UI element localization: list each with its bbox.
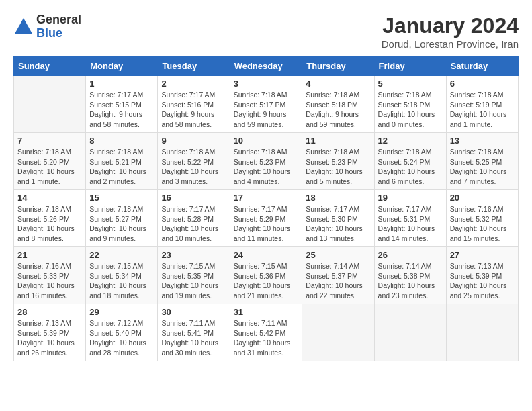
day-number: 28 bbox=[17, 307, 82, 317]
logo-text: General Blue bbox=[36, 13, 81, 40]
week-row: 14Sunrise: 7:18 AM Sunset: 5:26 PM Dayli… bbox=[14, 190, 519, 247]
title-block: January 2024 Dorud, Lorestan Province, I… bbox=[382, 13, 519, 50]
calendar-cell: 8Sunrise: 7:18 AM Sunset: 5:21 PM Daylig… bbox=[86, 133, 158, 190]
calendar-cell: 6Sunrise: 7:18 AM Sunset: 5:19 PM Daylig… bbox=[446, 76, 518, 133]
day-info: Sunrise: 7:17 AM Sunset: 5:30 PM Dayligh… bbox=[306, 204, 370, 244]
day-info: Sunrise: 7:13 AM Sunset: 5:39 PM Dayligh… bbox=[450, 261, 515, 301]
day-number: 20 bbox=[450, 193, 515, 203]
calendar-cell: 12Sunrise: 7:18 AM Sunset: 5:24 PM Dayli… bbox=[374, 133, 446, 190]
calendar-title: January 2024 bbox=[382, 13, 519, 38]
day-info: Sunrise: 7:17 AM Sunset: 5:31 PM Dayligh… bbox=[378, 204, 443, 244]
day-info: Sunrise: 7:18 AM Sunset: 5:20 PM Dayligh… bbox=[17, 147, 82, 187]
day-info: Sunrise: 7:18 AM Sunset: 5:23 PM Dayligh… bbox=[306, 147, 370, 187]
calendar-cell bbox=[14, 76, 86, 133]
day-info: Sunrise: 7:16 AM Sunset: 5:33 PM Dayligh… bbox=[17, 261, 82, 301]
day-info: Sunrise: 7:18 AM Sunset: 5:27 PM Dayligh… bbox=[89, 204, 154, 244]
day-number: 24 bbox=[234, 250, 299, 260]
calendar-cell: 23Sunrise: 7:15 AM Sunset: 5:35 PM Dayli… bbox=[158, 247, 230, 304]
day-number: 3 bbox=[234, 79, 299, 89]
calendar-cell: 14Sunrise: 7:18 AM Sunset: 5:26 PM Dayli… bbox=[14, 190, 86, 247]
day-number: 23 bbox=[161, 250, 226, 260]
calendar-cell: 5Sunrise: 7:18 AM Sunset: 5:18 PM Daylig… bbox=[374, 76, 446, 133]
calendar-cell: 27Sunrise: 7:13 AM Sunset: 5:39 PM Dayli… bbox=[446, 247, 518, 304]
day-number: 18 bbox=[306, 193, 370, 203]
logo: General Blue bbox=[13, 13, 81, 40]
day-number: 15 bbox=[89, 193, 154, 203]
calendar-cell: 2Sunrise: 7:17 AM Sunset: 5:16 PM Daylig… bbox=[158, 76, 230, 133]
day-number: 22 bbox=[89, 250, 154, 260]
day-info: Sunrise: 7:18 AM Sunset: 5:18 PM Dayligh… bbox=[378, 90, 443, 130]
day-number: 12 bbox=[378, 136, 443, 146]
day-info: Sunrise: 7:16 AM Sunset: 5:32 PM Dayligh… bbox=[450, 204, 515, 244]
day-info: Sunrise: 7:18 AM Sunset: 5:19 PM Dayligh… bbox=[450, 90, 515, 130]
day-info: Sunrise: 7:18 AM Sunset: 5:22 PM Dayligh… bbox=[161, 147, 226, 187]
day-info: Sunrise: 7:17 AM Sunset: 5:15 PM Dayligh… bbox=[89, 90, 154, 130]
calendar-cell: 15Sunrise: 7:18 AM Sunset: 5:27 PM Dayli… bbox=[86, 190, 158, 247]
weekday-header: Thursday bbox=[302, 57, 374, 76]
calendar-cell: 13Sunrise: 7:18 AM Sunset: 5:25 PM Dayli… bbox=[446, 133, 518, 190]
day-number: 16 bbox=[161, 193, 226, 203]
calendar-cell: 10Sunrise: 7:18 AM Sunset: 5:23 PM Dayli… bbox=[230, 133, 302, 190]
weekday-header: Tuesday bbox=[158, 57, 230, 76]
day-number: 4 bbox=[306, 79, 370, 89]
weekday-header: Sunday bbox=[14, 57, 86, 76]
calendar-table: SundayMondayTuesdayWednesdayThursdayFrid… bbox=[13, 56, 519, 361]
day-number: 29 bbox=[89, 307, 154, 317]
day-number: 10 bbox=[234, 136, 299, 146]
week-row: 1Sunrise: 7:17 AM Sunset: 5:15 PM Daylig… bbox=[14, 76, 519, 133]
day-number: 31 bbox=[234, 307, 299, 317]
calendar-cell: 16Sunrise: 7:17 AM Sunset: 5:28 PM Dayli… bbox=[158, 190, 230, 247]
calendar-cell: 7Sunrise: 7:18 AM Sunset: 5:20 PM Daylig… bbox=[14, 133, 86, 190]
calendar-cell: 11Sunrise: 7:18 AM Sunset: 5:23 PM Dayli… bbox=[302, 133, 374, 190]
logo-icon bbox=[13, 17, 34, 37]
day-info: Sunrise: 7:18 AM Sunset: 5:23 PM Dayligh… bbox=[234, 147, 299, 187]
day-number: 30 bbox=[161, 307, 226, 317]
calendar-cell: 29Sunrise: 7:12 AM Sunset: 5:40 PM Dayli… bbox=[86, 304, 158, 361]
calendar-cell: 4Sunrise: 7:18 AM Sunset: 5:18 PM Daylig… bbox=[302, 76, 374, 133]
calendar-cell: 18Sunrise: 7:17 AM Sunset: 5:30 PM Dayli… bbox=[302, 190, 374, 247]
calendar-cell bbox=[446, 304, 518, 361]
day-number: 8 bbox=[89, 136, 154, 146]
week-row: 7Sunrise: 7:18 AM Sunset: 5:20 PM Daylig… bbox=[14, 133, 519, 190]
day-number: 25 bbox=[306, 250, 370, 260]
day-info: Sunrise: 7:17 AM Sunset: 5:28 PM Dayligh… bbox=[161, 204, 226, 244]
day-number: 2 bbox=[161, 79, 226, 89]
weekday-header: Saturday bbox=[446, 57, 518, 76]
day-info: Sunrise: 7:18 AM Sunset: 5:21 PM Dayligh… bbox=[89, 147, 154, 187]
day-number: 21 bbox=[17, 250, 82, 260]
day-number: 17 bbox=[234, 193, 299, 203]
day-info: Sunrise: 7:18 AM Sunset: 5:24 PM Dayligh… bbox=[378, 147, 443, 187]
day-number: 1 bbox=[89, 79, 154, 89]
day-number: 7 bbox=[17, 136, 82, 146]
day-number: 11 bbox=[306, 136, 370, 146]
weekday-header: Friday bbox=[374, 57, 446, 76]
day-info: Sunrise: 7:12 AM Sunset: 5:40 PM Dayligh… bbox=[89, 318, 154, 358]
calendar-subtitle: Dorud, Lorestan Province, Iran bbox=[382, 38, 519, 50]
weekday-header-row: SundayMondayTuesdayWednesdayThursdayFrid… bbox=[14, 57, 519, 76]
day-info: Sunrise: 7:11 AM Sunset: 5:41 PM Dayligh… bbox=[161, 318, 226, 358]
day-info: Sunrise: 7:15 AM Sunset: 5:34 PM Dayligh… bbox=[89, 261, 154, 301]
calendar-cell: 24Sunrise: 7:15 AM Sunset: 5:36 PM Dayli… bbox=[230, 247, 302, 304]
day-number: 27 bbox=[450, 250, 515, 260]
svg-marker-0 bbox=[15, 18, 32, 34]
day-info: Sunrise: 7:15 AM Sunset: 5:35 PM Dayligh… bbox=[161, 261, 226, 301]
calendar-cell: 31Sunrise: 7:11 AM Sunset: 5:42 PM Dayli… bbox=[230, 304, 302, 361]
weekday-header: Wednesday bbox=[230, 57, 302, 76]
day-info: Sunrise: 7:15 AM Sunset: 5:36 PM Dayligh… bbox=[234, 261, 299, 301]
calendar-cell bbox=[302, 304, 374, 361]
calendar-cell: 22Sunrise: 7:15 AM Sunset: 5:34 PM Dayli… bbox=[86, 247, 158, 304]
calendar-cell: 26Sunrise: 7:14 AM Sunset: 5:38 PM Dayli… bbox=[374, 247, 446, 304]
calendar-cell: 21Sunrise: 7:16 AM Sunset: 5:33 PM Dayli… bbox=[14, 247, 86, 304]
weekday-header: Monday bbox=[86, 57, 158, 76]
day-number: 13 bbox=[450, 136, 515, 146]
week-row: 28Sunrise: 7:13 AM Sunset: 5:39 PM Dayli… bbox=[14, 304, 519, 361]
day-info: Sunrise: 7:18 AM Sunset: 5:25 PM Dayligh… bbox=[450, 147, 515, 187]
day-number: 26 bbox=[378, 250, 443, 260]
calendar-cell: 17Sunrise: 7:17 AM Sunset: 5:29 PM Dayli… bbox=[230, 190, 302, 247]
day-info: Sunrise: 7:14 AM Sunset: 5:37 PM Dayligh… bbox=[306, 261, 370, 301]
logo-general: General bbox=[36, 13, 81, 27]
day-info: Sunrise: 7:18 AM Sunset: 5:18 PM Dayligh… bbox=[306, 90, 370, 130]
day-number: 6 bbox=[450, 79, 515, 89]
day-info: Sunrise: 7:18 AM Sunset: 5:26 PM Dayligh… bbox=[17, 204, 82, 244]
day-info: Sunrise: 7:11 AM Sunset: 5:42 PM Dayligh… bbox=[234, 318, 299, 358]
